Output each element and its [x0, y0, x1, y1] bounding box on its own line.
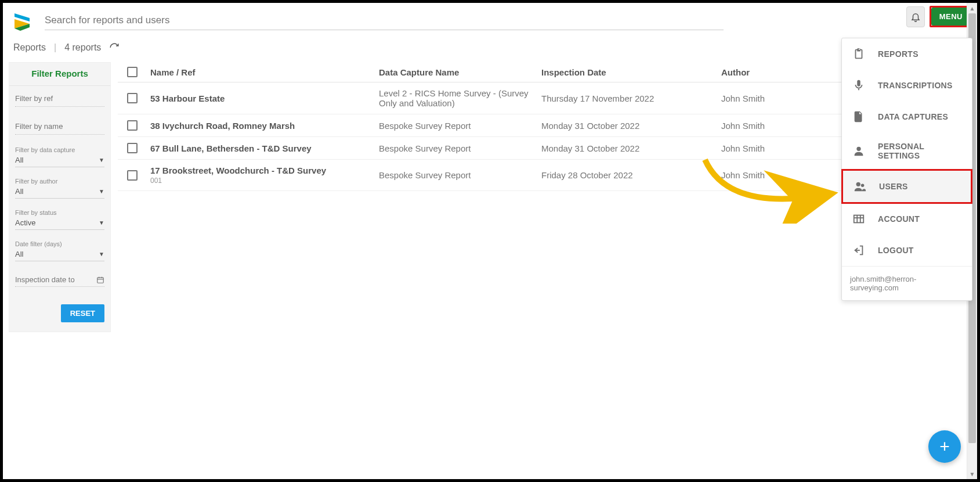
col-header-name[interactable]: Name / Ref: [147, 67, 379, 77]
logout-icon: [852, 244, 865, 257]
filter-author-value: All: [15, 187, 23, 196]
menu-item-label: DATA CAPTURES: [878, 112, 948, 121]
filter-status-select[interactable]: Active ▼: [15, 217, 104, 230]
logo: [13, 9, 37, 32]
filter-datefilter-label: Date filter (days): [15, 240, 104, 247]
menu-footer-email: john.smith@herron-surveying.com: [842, 266, 972, 300]
report-count: 4 reports: [64, 42, 101, 53]
page-title: Reports: [13, 42, 46, 53]
row-name: 67 Bull Lane, Bethersden - T&D Survey: [150, 143, 379, 153]
main-menu-dropdown: REPORTSTRANSCRIPTIONSDATA CAPTURESPERSON…: [841, 38, 972, 301]
filter-datefilter-select[interactable]: All ▼: [15, 249, 104, 261]
separator: |: [54, 42, 56, 53]
file-icon: [852, 110, 865, 123]
menu-item-account[interactable]: ACCOUNT: [842, 203, 972, 235]
bell-icon: [910, 12, 921, 22]
filter-panel: Filter Reports Filter by data capture Al…: [9, 62, 111, 332]
filter-status-label: Filter by status: [15, 209, 104, 216]
menu-item-label: ACCOUNT: [878, 214, 920, 224]
filter-dc-label: Filter by data capture: [15, 146, 104, 153]
row-checkbox[interactable]: [127, 93, 138, 103]
filter-author-select[interactable]: All ▼: [15, 186, 104, 199]
reset-button[interactable]: RESET: [61, 304, 104, 322]
row-date: Monday 31 October 2022: [541, 143, 721, 153]
plus-icon: +: [939, 437, 950, 456]
menu-item-personal-settings[interactable]: PERSONAL SETTINGS: [842, 132, 972, 170]
svg-point-12: [861, 184, 865, 187]
filter-datefilter-value: All: [15, 250, 23, 258]
calendar-icon: [96, 276, 104, 284]
menu-item-transcriptions[interactable]: TRANSCRIPTIONS: [842, 70, 972, 101]
clipboard-icon: [852, 48, 865, 60]
filter-title: Filter Reports: [9, 63, 110, 86]
row-name: 53 Harbour Estate: [150, 93, 379, 103]
filter-name-input[interactable]: [15, 118, 104, 135]
add-button[interactable]: +: [928, 430, 961, 463]
search-input[interactable]: [45, 11, 724, 30]
menu-item-label: REPORTS: [878, 49, 918, 59]
row-name: 17 Brookstreet, Woodchurch - T&D Survey: [150, 166, 379, 175]
menu-button[interactable]: MENU: [931, 8, 971, 26]
grid-icon: [852, 213, 865, 225]
menu-item-label: LOGOUT: [878, 246, 914, 255]
row-name: 38 Ivychurch Road, Romney Marsh: [150, 121, 379, 131]
menu-item-data-captures[interactable]: DATA CAPTURES: [842, 101, 972, 132]
filter-author-label: Filter by author: [15, 178, 104, 185]
svg-point-11: [856, 182, 860, 186]
select-all-checkbox[interactable]: [127, 67, 138, 77]
filter-dc-value: All: [15, 156, 23, 164]
menu-item-label: USERS: [879, 182, 908, 191]
filter-status-value: Active: [15, 218, 35, 227]
row-dc: Bespoke Survey Report: [379, 170, 541, 180]
chevron-down-icon: ▼: [99, 220, 104, 226]
person-icon: [852, 145, 865, 157]
row-ref: 001: [150, 177, 379, 185]
svg-point-10: [856, 147, 860, 151]
row-checkbox[interactable]: [127, 170, 138, 181]
row-dc: Bespoke Survey Report: [379, 121, 541, 131]
menu-button-highlight: MENU: [930, 6, 972, 27]
col-header-date[interactable]: Inspection Date: [541, 67, 721, 77]
chevron-down-icon: ▼: [99, 157, 104, 163]
menu-item-logout[interactable]: LOGOUT: [842, 235, 972, 266]
row-date: Friday 28 October 2022: [541, 170, 721, 180]
menu-item-label: TRANSCRIPTIONS: [878, 81, 953, 90]
menu-item-reports[interactable]: REPORTS: [842, 38, 972, 70]
col-header-dc[interactable]: Data Capture Name: [379, 67, 541, 77]
filter-dc-select[interactable]: All ▼: [15, 154, 104, 167]
top-bar: [8, 9, 972, 32]
filter-ref-input[interactable]: [15, 91, 104, 107]
svg-rect-3: [97, 277, 104, 282]
menu-item-users[interactable]: USERS: [841, 169, 972, 204]
chevron-down-icon: ▼: [99, 188, 104, 195]
svg-rect-7: [858, 89, 859, 91]
row-date: Monday 31 October 2022: [541, 121, 721, 131]
filter-inspection-date-to-label: Inspection date to: [15, 275, 75, 284]
notifications-button[interactable]: [906, 6, 925, 27]
scroll-up-icon[interactable]: ▲: [967, 3, 977, 13]
row-checkbox[interactable]: [127, 120, 138, 131]
filter-inspection-date-to[interactable]: Inspection date to: [15, 272, 104, 287]
subheader: Reports | 4 reports: [8, 32, 972, 62]
refresh-button[interactable]: [109, 42, 120, 53]
row-checkbox[interactable]: [127, 143, 138, 153]
scroll-down-icon[interactable]: ▼: [967, 469, 977, 479]
menu-item-label: PERSONAL SETTINGS: [878, 142, 961, 160]
mic-icon: [852, 79, 865, 92]
svg-rect-13: [854, 215, 864, 223]
svg-rect-9: [856, 118, 860, 118]
row-dc: Level 2 - RICS Home Survey - (Survey Onl…: [379, 88, 541, 108]
row-dc: Bespoke Survey Report: [379, 143, 541, 153]
chevron-down-icon: ▼: [99, 251, 104, 257]
row-date: Thursday 17 November 2022: [541, 93, 721, 103]
svg-rect-8: [856, 116, 860, 117]
people-icon: [854, 180, 866, 193]
